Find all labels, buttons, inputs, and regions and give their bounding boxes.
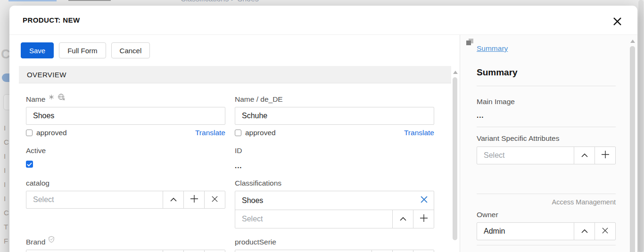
catalog-select-placeholder[interactable]: Select [26, 191, 163, 208]
form-scrollbar-thumb[interactable] [453, 77, 457, 240]
product-serie-expand-button[interactable] [372, 250, 392, 252]
classifications-select-placeholder[interactable]: Select [235, 210, 392, 228]
classifications-selected-value: Shoes [242, 196, 263, 205]
background-nav-letter: C [4, 209, 9, 223]
name-subrow: approved Translate [26, 129, 225, 137]
classifications-label: Classifications [235, 179, 434, 187]
active-field: Active [26, 146, 225, 170]
product-serie-field: productSerie [235, 238, 434, 252]
overview-section-header: OVERVIEW [19, 66, 451, 83]
variant-attributes-select: Select [477, 146, 616, 164]
background-page-scrollbar [638, 0, 644, 252]
classifications-widget: Shoes Select [235, 191, 434, 228]
background-tab-underline [68, 0, 111, 1]
modal-toolbar: Save Full Form Cancel [9, 35, 451, 66]
id-label: ID [235, 146, 434, 155]
sidebar-content: Summary Summary Main Image ... Variant S… [477, 44, 616, 252]
chevron-up-icon [581, 151, 588, 160]
active-label: Active [26, 146, 225, 155]
background-active-tab-underline [8, 0, 57, 1]
variant-attributes-add-button[interactable] [594, 147, 615, 164]
owner-label: Owner [477, 211, 616, 219]
product-serie-select-placeholder[interactable] [235, 250, 372, 252]
form-pane: Save Full Form Cancel OVERVIEW Name [9, 35, 451, 252]
classifications-selected-row: Shoes [235, 191, 434, 210]
background-nav-letter: F [4, 237, 9, 251]
form-scrollbar[interactable] [451, 35, 460, 252]
product-form: Name Shoes [9, 83, 451, 252]
catalog-add-button[interactable] [183, 191, 204, 208]
variant-attributes-placeholder[interactable]: Select [477, 147, 574, 164]
id-field: ID ... [235, 146, 434, 170]
name-de-approved-checkbox[interactable] [235, 130, 241, 136]
chevron-up-icon [399, 215, 407, 223]
owner-clear-button[interactable] [594, 223, 615, 240]
summary-nav-link[interactable]: Summary [477, 44, 508, 53]
name-de-input[interactable]: Schuhe [235, 107, 434, 125]
brand-field: Brand [26, 238, 225, 252]
divider [477, 245, 616, 245]
owner-value[interactable]: Admin [477, 223, 574, 240]
catalog-select: Select [26, 191, 225, 209]
name-translate-link[interactable]: Translate [195, 129, 225, 137]
background-nav-letter: I [4, 124, 9, 138]
variant-attributes-label: Variant Specific Attributes [477, 134, 616, 143]
sidebar-scrollbar-thumb[interactable] [630, 46, 635, 252]
scroll-up-arrow-icon[interactable] [630, 40, 635, 43]
background-nav-letter: I [4, 166, 9, 180]
close-button[interactable] [611, 16, 623, 28]
name-de-label: Name / de_DE [235, 95, 283, 104]
divider [477, 127, 616, 127]
product-serie-select [235, 250, 434, 252]
remove-classification-button[interactable] [420, 195, 428, 205]
background-heading-letter: C [1, 47, 10, 62]
brand-add-button[interactable] [183, 250, 204, 252]
sidebar-scrollbar[interactable] [630, 40, 636, 252]
name-label-row: Name [26, 95, 225, 104]
overview-section-label: OVERVIEW [27, 71, 66, 79]
scroll-up-arrow-icon[interactable] [453, 71, 458, 74]
brand-select-placeholder[interactable] [26, 250, 163, 252]
background-nav-letter: I [4, 180, 9, 195]
name-de-translate-link[interactable]: Translate [404, 129, 434, 137]
cancel-button[interactable]: Cancel [111, 42, 150, 58]
modal-header: PRODUCT: NEW [9, 6, 637, 35]
product-serie-clear-button[interactable] [413, 250, 434, 252]
main-image-label: Main Image [477, 98, 616, 106]
catalog-expand-button[interactable] [163, 191, 183, 208]
product-serie-label: productSerie [235, 238, 434, 246]
product-new-modal: PRODUCT: NEW Save Full Form Cancel OVERV… [9, 6, 637, 252]
required-asterisk-icon [49, 93, 54, 102]
clear-icon [211, 195, 218, 204]
brand-clear-button[interactable] [204, 250, 225, 252]
checkmark-icon [27, 160, 32, 169]
background-nav-letter: T [4, 223, 9, 237]
classifications-expand-button[interactable] [392, 210, 413, 228]
name-field: Name Shoes [26, 95, 225, 137]
plus-icon [190, 195, 198, 205]
classifications-add-button[interactable] [413, 210, 434, 228]
catalog-clear-button[interactable] [204, 191, 225, 208]
modal-body: Save Full Form Cancel OVERVIEW Name [9, 35, 637, 252]
owner-expand-button[interactable] [574, 223, 594, 240]
name-de-approved-label: approved [245, 129, 276, 137]
clear-icon [602, 227, 609, 236]
close-icon [613, 17, 622, 28]
full-form-button[interactable]: Full Form [59, 42, 106, 58]
variant-attributes-expand-button[interactable] [574, 147, 594, 164]
summary-heading: Summary [477, 67, 616, 78]
brand-expand-button[interactable] [163, 250, 183, 252]
name-input[interactable]: Shoes [26, 107, 225, 125]
active-checkbox[interactable] [26, 161, 33, 168]
brand-label: Brand [26, 238, 45, 246]
classifications-field: Classifications Shoes Select [235, 179, 434, 228]
owner-select: Admin [477, 222, 616, 240]
product-serie-add-button[interactable] [392, 250, 413, 252]
catalog-field: catalog Select [26, 179, 225, 228]
name-de-field: Name / de_DE Schuhe approved Translate [235, 95, 434, 137]
background-nav-letter: I [4, 152, 9, 166]
name-approved-checkbox[interactable] [26, 130, 33, 136]
divider [477, 194, 616, 194]
save-button[interactable]: Save [21, 42, 54, 58]
background-nav-letter: C [4, 138, 9, 152]
